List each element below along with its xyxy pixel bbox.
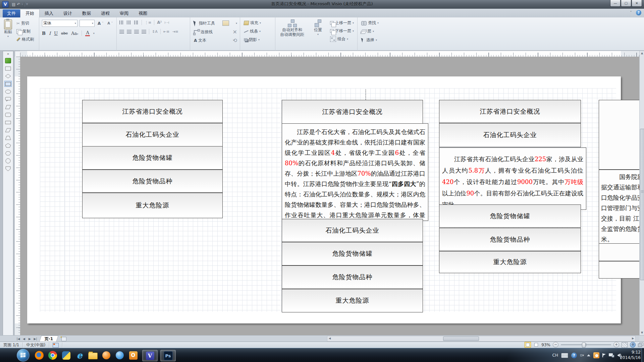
shape-col2-box2[interactable]: 危险货物储罐 xyxy=(282,242,423,265)
font-name-select[interactable]: 宋体▾ xyxy=(42,20,77,27)
speaker-icon[interactable] xyxy=(617,354,620,357)
shape-col4-empty2[interactable] xyxy=(599,243,639,261)
last-page-icon[interactable]: ▶| xyxy=(33,337,38,341)
previous-page-icon[interactable]: ◀ xyxy=(21,337,27,341)
auto-align-button[interactable]: 自动对齐和 自动调整间距 xyxy=(277,19,307,42)
expand-shapes-panel-icon[interactable]: » xyxy=(7,52,9,56)
tray-window-icon[interactable]: ⊡▾ xyxy=(580,354,584,357)
hidden-icons-arrow[interactable] xyxy=(587,354,590,356)
first-page-icon[interactable]: |◀ xyxy=(15,337,21,341)
send-backward-button[interactable]: 下移一层▾ xyxy=(329,28,355,34)
taskbar-file-explorer-icon[interactable] xyxy=(87,350,99,361)
shape-master-rectangle-selected[interactable] xyxy=(5,81,11,86)
shape-col2-box4[interactable]: 重大危险源 xyxy=(282,289,423,312)
tab-review[interactable]: 审阅 xyxy=(115,9,133,17)
shape-master-diamond[interactable] xyxy=(5,73,11,79)
drawing-canvas[interactable]: 江苏省港口安全概况 石油化工码头企业 危险货物储罐 危险货物品种 重大危险源 江… xyxy=(20,57,639,335)
shape-master-parallelogram-2[interactable] xyxy=(5,127,11,133)
taskbar-photoshop-icon-active[interactable]: Ps xyxy=(160,350,176,361)
tab-home[interactable]: 开始 xyxy=(20,9,40,17)
save-icon[interactable]: ▤ xyxy=(12,1,15,7)
line-button[interactable]: 线条▾ xyxy=(243,28,262,35)
paste-button[interactable]: 粘贴▾ xyxy=(2,19,14,43)
horizontal-scrollbar-thumb[interactable] xyxy=(443,337,479,341)
insert-page-icon[interactable]: ✦ xyxy=(60,336,67,342)
scroll-up-icon[interactable]: ▲ xyxy=(640,51,644,56)
network-icon[interactable] xyxy=(609,353,614,358)
shape-col2-box1[interactable]: 石油化工码头企业 xyxy=(282,219,423,242)
bold-button[interactable]: B xyxy=(42,31,46,36)
tray-help-icon[interactable]: ? xyxy=(571,353,577,358)
taskbar-firefox-icon[interactable] xyxy=(34,350,45,361)
zoom-slider[interactable] xyxy=(561,344,611,345)
shape-col1-box4[interactable]: 危险货物品种 xyxy=(82,170,223,193)
superscript-icon[interactable]: A² xyxy=(157,20,162,25)
align-top-icon[interactable] xyxy=(119,20,124,24)
start-button[interactable] xyxy=(17,349,30,362)
shape-col3-box2[interactable]: 危险货物品种 xyxy=(439,228,581,251)
scroll-right-icon[interactable]: ▶ xyxy=(631,336,635,341)
switch-windows-icon[interactable] xyxy=(638,343,643,347)
shape-master-trapezoid[interactable] xyxy=(5,135,11,140)
taskbar-outlook-icon[interactable]: O xyxy=(127,350,139,361)
copy-button[interactable]: 复制 xyxy=(15,28,35,35)
tray-notes-icon[interactable] xyxy=(593,352,599,358)
position-button[interactable]: 位置 ▾ xyxy=(310,19,326,42)
font-color-button[interactable]: A xyxy=(85,30,90,36)
pan-zoom-icon[interactable]: ⊕ xyxy=(630,342,636,348)
cut-button[interactable]: ✂剪切 xyxy=(15,20,35,26)
shape-master-callout[interactable] xyxy=(5,97,11,102)
zoom-in-icon[interactable]: + xyxy=(613,342,619,348)
shape-master-rectangle-2[interactable] xyxy=(5,120,11,125)
shape-col2-header[interactable]: 江苏省港口安全概况 xyxy=(282,100,423,124)
align-bottom-icon[interactable] xyxy=(134,20,139,24)
undo-dropdown-icon[interactable]: ▾ xyxy=(21,1,23,7)
minimize-button[interactable]: — xyxy=(610,0,621,7)
align-middle-icon[interactable] xyxy=(127,20,131,24)
shape-master-pentagon[interactable] xyxy=(5,143,11,148)
rotate-text-icon[interactable]: ⟲ xyxy=(233,37,237,44)
taskbar-python-icon[interactable] xyxy=(60,350,72,361)
pointer-tool-button[interactable]: 指针工具 xyxy=(193,20,216,26)
undo-icon[interactable]: ↶ xyxy=(17,1,20,7)
shape-col1-box3[interactable]: 危险货物储罐 xyxy=(82,146,223,170)
horizontal-scrollbar[interactable]: ◀ ▶ xyxy=(327,336,636,342)
text-tool-button[interactable]: A文本 xyxy=(193,37,207,44)
shape-master-rounded-rectangle[interactable] xyxy=(5,112,11,117)
shape-col4-paragraph[interactable]: 国务院新《 据交通运输部和 口危险化学品安 口管理部门与安 交接，目前 江苏 全… xyxy=(599,170,639,245)
help-icon[interactable]: ? xyxy=(636,10,641,15)
drawing-page[interactable]: 江苏省港口安全概况 石油化工码头企业 危险货物储罐 危险货物品种 重大危险源 江… xyxy=(27,76,621,323)
presentation-view-icon[interactable] xyxy=(533,342,539,347)
layers-button[interactable]: 层▾ xyxy=(360,28,375,35)
align-left-icon[interactable] xyxy=(119,30,124,34)
stencil-icon[interactable] xyxy=(5,58,11,63)
format-painter-button[interactable]: 格式刷 xyxy=(15,36,35,43)
vertical-ruler[interactable] xyxy=(15,57,20,335)
underline-button[interactable]: U xyxy=(54,31,58,36)
shadow-button[interactable]: 阴影▾ xyxy=(243,37,261,43)
increase-indent-icon[interactable]: ⇥≡ xyxy=(172,29,178,34)
taskbar-visio-icon-active[interactable]: V xyxy=(142,350,158,361)
shape-col3-header[interactable]: 江苏省港口安全概况 xyxy=(439,100,581,123)
vertical-scrollbar[interactable]: ▲ ▼ xyxy=(639,51,644,335)
close-button[interactable]: ✕ xyxy=(632,0,642,7)
tray-clock[interactable]: 9:12 2014/5/16 xyxy=(620,350,641,360)
tab-process[interactable]: 进程 xyxy=(96,9,115,17)
status-page-indicator[interactable]: 页面 1/1 xyxy=(0,342,22,348)
page-tab-1[interactable]: 页-1 xyxy=(39,336,59,342)
macro-icon[interactable] xyxy=(53,343,59,348)
shape-col1-box2[interactable]: 石油化工码头企业 xyxy=(82,123,223,146)
justify-icon[interactable] xyxy=(142,30,146,34)
grow-font-button[interactable]: A˄ xyxy=(97,21,104,26)
minimize-ribbon-icon[interactable]: ˄ xyxy=(629,11,633,15)
shape-master-hexagon[interactable] xyxy=(5,150,11,156)
shape-col4-empty3[interactable] xyxy=(599,261,639,279)
next-page-icon[interactable]: ▶ xyxy=(27,337,33,341)
shape-col2-paragraph[interactable]: 江苏是个石化大省，石油化工码头及其仓储式石化产业的基础支撑和生命线，依托沿江港口… xyxy=(282,123,428,221)
visio-app-icon[interactable]: V xyxy=(2,1,9,8)
tab-view[interactable]: 视图 xyxy=(133,9,152,17)
whole-page-view-icon[interactable] xyxy=(525,342,531,348)
taskbar-app-blue-icon[interactable] xyxy=(114,350,125,361)
font-size-select[interactable]: ▾ xyxy=(79,20,95,27)
rectangle-tool-icon[interactable] xyxy=(222,20,229,26)
